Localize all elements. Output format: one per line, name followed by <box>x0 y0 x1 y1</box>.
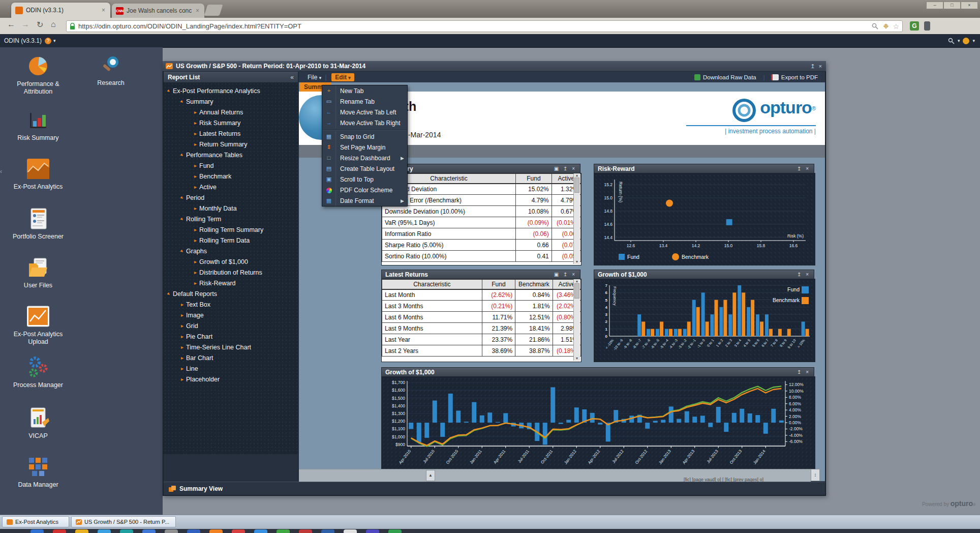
tree-item-monthly-data[interactable]: ▸Monthly Data <box>168 203 296 214</box>
taskbar-app-icon[interactable] <box>187 529 200 533</box>
taskbar-app-icon[interactable] <box>232 529 245 533</box>
close-icon[interactable]: × <box>961 2 978 9</box>
menu-item-resize-dashboard[interactable]: □Resize Dashboard▶ <box>322 153 407 163</box>
sidebar-item-user-files[interactable]: User Files <box>5 256 71 289</box>
menu-item-rename-tab[interactable]: ▭Rename Tab <box>322 96 407 107</box>
leaf-arrow-icon[interactable]: ▸ <box>181 334 183 339</box>
taskbar-app-icon[interactable] <box>30 529 44 533</box>
tree-item-benchmark[interactable]: ▸Benchmark <box>168 171 296 182</box>
table-row[interactable]: Last Year23.37%21.86%1.51% <box>382 334 581 345</box>
maximize-icon[interactable]: □ <box>943 2 961 9</box>
summary-table-scrollbar[interactable]: ▲▼ <box>573 173 580 264</box>
leaf-arrow-icon[interactable]: ▸ <box>194 280 197 286</box>
tree-item-image[interactable]: ▸Image <box>168 310 296 320</box>
file-menu-button[interactable]: File ▾ <box>304 73 325 81</box>
tree-item-line[interactable]: ▸Line <box>168 363 296 374</box>
menu-item-new-tab[interactable]: +New Tab <box>322 85 407 96</box>
user-icon[interactable] <box>963 38 969 44</box>
forward-icon[interactable]: → <box>21 20 29 29</box>
taskbar-button-usgrowth[interactable]: US Growth / S&P 500 - Return P... <box>71 516 176 527</box>
export-pdf-button[interactable]: Export to PDF <box>771 74 818 80</box>
sidebar-item-research[interactable]: Research <box>78 54 144 87</box>
download-raw-data-button[interactable]: Download Raw Data <box>694 74 756 80</box>
leaf-arrow-icon[interactable]: ▸ <box>194 227 197 232</box>
growth-histogram-panel-titlebar[interactable]: Growth of $1,000 ↥ × <box>594 270 814 279</box>
risk-reward-panel-titlebar[interactable]: Risk-Reward ↥ × <box>594 164 814 173</box>
leaf-arrow-icon[interactable]: ▸ <box>181 355 183 361</box>
panel-buttons[interactable]: ↥ × <box>797 272 810 277</box>
taskbar-app-icon[interactable] <box>277 529 290 533</box>
tree-item-annual-returns[interactable]: ▸Annual Returns <box>168 107 296 117</box>
panel-buttons[interactable]: ▣ ↥ × <box>554 166 576 171</box>
tree-item-rolling-term-summary[interactable]: ▸Rolling Term Summary <box>168 224 296 235</box>
chevron-down-icon[interactable]: ▾ <box>53 38 56 43</box>
menu-item-scroll-to-top[interactable]: ▣Scroll to Top <box>322 174 407 185</box>
table-row[interactable]: Last 3 Months(0.21%)1.81%(2.02%) <box>382 301 581 312</box>
leaf-arrow-icon[interactable]: ▸ <box>194 270 197 275</box>
tree-item-text-box[interactable]: ▸Text Box <box>168 299 296 310</box>
tree-item-risk-summary[interactable]: ▸Risk Summary <box>168 117 296 128</box>
reload-icon[interactable]: ↻ <box>37 20 43 29</box>
tree-item-pie-chart[interactable]: ▸Pie Chart <box>168 331 296 342</box>
taskbar-app-icon[interactable] <box>344 529 357 533</box>
paw-icon[interactable]: ❉ <box>883 22 889 30</box>
leaf-arrow-icon[interactable]: ▸ <box>194 259 197 264</box>
leaf-arrow-icon[interactable]: ▸ <box>194 184 197 190</box>
panel-buttons[interactable]: ↥ × <box>797 369 810 375</box>
taskbar-app-icon[interactable] <box>299 529 312 533</box>
tree-item-fund[interactable]: ▸Fund <box>168 160 296 171</box>
tree-item-placeholder[interactable]: ▸Placeholder <box>168 374 296 384</box>
latest-returns-scrollbar[interactable]: ▲▼ <box>573 279 580 361</box>
menu-item-set-page-margin[interactable]: ⇕Set Page Margin <box>322 142 407 153</box>
column-header[interactable]: Fund <box>516 174 552 184</box>
expanded-icon[interactable]: ▸ <box>179 216 185 222</box>
menu-item-move-active-tab-left[interactable]: ←Move Active Tab Left <box>322 107 407 117</box>
table-row[interactable]: Sortino Ratio (10.00%)0.41(0.05) <box>382 251 581 262</box>
tree-item-distribution-of-returns[interactable]: ▸Distribution of Returns <box>168 267 296 278</box>
tree-item-performance-tables[interactable]: ▸Performance Tables <box>168 150 296 160</box>
table-row[interactable]: VaR (95%,1 Days)(0.09%)(0.01%) <box>382 217 581 228</box>
taskbar-app-icon[interactable] <box>75 529 88 533</box>
leaf-arrow-icon[interactable]: ▸ <box>194 131 197 136</box>
column-header[interactable]: Benchmark <box>515 280 553 289</box>
leaf-arrow-icon[interactable]: ▸ <box>181 366 183 371</box>
table-row[interactable]: Last Month(2.62%)0.84%(3.46%) <box>382 289 581 301</box>
sidebar-item-process-manager[interactable]: Process Manager <box>5 356 71 389</box>
taskbar-app-icon[interactable] <box>321 529 334 533</box>
taskbar-button-expost[interactable]: Ex-Post Analytics <box>2 516 69 527</box>
taskbar-app-icon[interactable] <box>142 529 156 533</box>
tree-item-risk-reward[interactable]: ▸Risk-Reward <box>168 278 296 288</box>
leaf-arrow-icon[interactable]: ▸ <box>181 344 183 350</box>
sidebar-item-portfolio-screener[interactable]: Portfolio Screener <box>5 208 71 241</box>
menu-item-move-active-tab-right[interactable]: →Move Active Tab Right <box>322 117 407 128</box>
leaf-arrow-icon[interactable]: ▸ <box>181 323 183 329</box>
tree-item-graphs[interactable]: ▸Graphs <box>168 246 296 256</box>
window-titlebar[interactable]: US Growth / S&P 500 - Return Period: 01-… <box>163 61 826 71</box>
scroll-up-icon[interactable]: ▲ <box>426 470 435 481</box>
tree-item-time-series-line-chart[interactable]: ▸Time-Series Line Chart <box>168 342 296 352</box>
menu-item-date-format[interactable]: ▦Date Format▶ <box>322 195 407 206</box>
panel-buttons[interactable]: ↥ × <box>797 166 810 171</box>
browser-tab-cnn[interactable]: CNN Joe Walsh cancels concert × <box>112 4 204 18</box>
url-bar[interactable]: https://odin.opturo.com/ODIN/ODIN_Landin… <box>66 20 903 32</box>
browser-tab-odin[interactable]: ODIN (v3.3.1) × <box>11 3 110 18</box>
chevron-down-icon[interactable]: ▾ <box>958 38 960 43</box>
table-row[interactable]: Information Ratio(0.06)(0.06) <box>382 228 581 240</box>
g-badge-icon[interactable]: G <box>910 21 919 31</box>
taskbar-app-icon[interactable] <box>388 529 402 533</box>
phone-icon[interactable] <box>924 21 930 31</box>
url-text[interactable]: https://odin.opturo.com/ODIN/ODIN_Landin… <box>78 22 872 30</box>
sidebar-item-ex-post-analytics-upload[interactable]: Ex-Post Analytics Upload <box>5 305 71 346</box>
expanded-icon[interactable]: ▸ <box>179 195 185 200</box>
leaf-arrow-icon[interactable]: ▸ <box>181 312 183 318</box>
edit-menu-button[interactable]: Edit ▾ <box>331 73 354 81</box>
tree-item-rolling-term[interactable]: ▸Rolling Term <box>168 214 296 224</box>
table-row[interactable]: Sharpe Ratio (5.00%)0.66(0.07) <box>382 240 581 251</box>
leaf-arrow-icon[interactable]: ▸ <box>194 141 197 147</box>
leaf-arrow-icon[interactable]: ▸ <box>194 238 197 243</box>
sidebar-collapse-icon[interactable]: ‹ <box>0 168 2 175</box>
sidebar-item-data-manager[interactable]: Data Manager <box>5 456 71 489</box>
expanded-icon[interactable]: ▸ <box>179 248 185 254</box>
column-header[interactable]: Characteristic <box>382 280 482 289</box>
tree-item-active[interactable]: ▸Active <box>168 182 296 192</box>
